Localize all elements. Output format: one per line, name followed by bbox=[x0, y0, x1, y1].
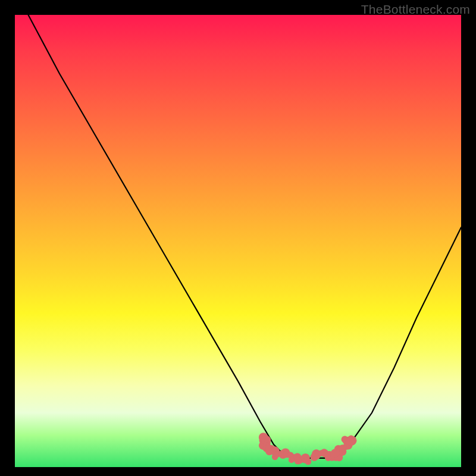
trough-marker-dot bbox=[346, 437, 354, 446]
chart-frame: TheBottleneck.com bbox=[0, 0, 476, 476]
chart-svg bbox=[15, 15, 461, 467]
chart-plot-area bbox=[15, 15, 461, 467]
trough-marker-dot bbox=[294, 457, 302, 465]
bottleneck-curve bbox=[29, 15, 462, 458]
attribution-label: TheBottleneck.com bbox=[361, 2, 470, 17]
trough-marker-band bbox=[259, 433, 357, 465]
trough-marker-dot bbox=[303, 457, 310, 464]
